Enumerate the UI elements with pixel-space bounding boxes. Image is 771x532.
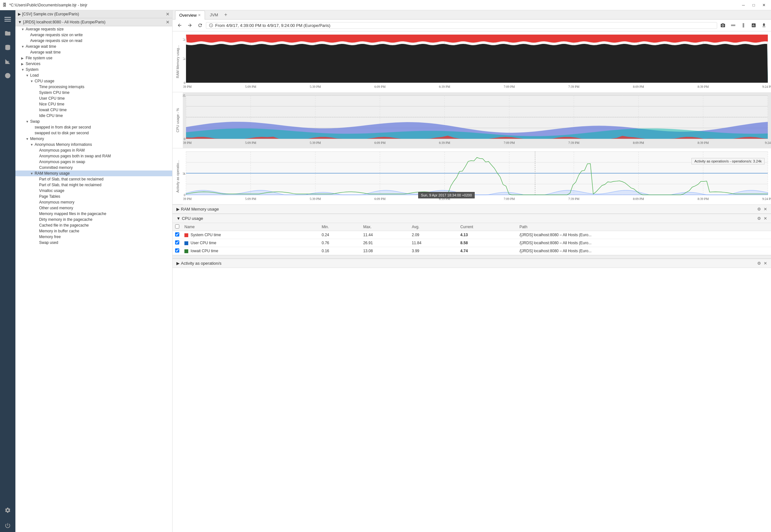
row-name: Iowait CPU time xyxy=(182,247,319,255)
tree-item-anon-memory[interactable]: Anonymous memory xyxy=(15,199,172,205)
activity-panel-header[interactable]: ▶ Activity as operation/s ⚙ ✕ xyxy=(172,259,771,268)
cpu-panel-title: ▼ CPU usage xyxy=(176,216,757,221)
cpu-panel-close-icon[interactable]: ✕ xyxy=(764,216,767,221)
database-icon[interactable] xyxy=(1,41,14,54)
forward-button[interactable] xyxy=(185,21,194,30)
power-icon[interactable] xyxy=(1,519,14,532)
tab-overview-close[interactable]: ✕ xyxy=(198,13,201,17)
back-button[interactable] xyxy=(175,21,184,30)
split-v-button[interactable] xyxy=(739,21,748,30)
tree-item-swap-out[interactable]: swapped out to disk per second xyxy=(15,130,172,136)
select-all-checkbox[interactable] xyxy=(175,224,179,229)
tree-item-avg-req-size[interactable]: ▼ Average requests size xyxy=(15,26,172,32)
tree-item-committed[interactable]: Committed memory xyxy=(15,165,172,170)
row-current: 8.58 xyxy=(458,239,517,247)
row-checkbox[interactable] xyxy=(175,240,179,245)
tree-item-swap-in[interactable]: swapped in from disk per second xyxy=(15,124,172,130)
time-range-display[interactable]: From 4/9/17, 4:39:00 PM to 4/9/17, 9:24:… xyxy=(206,22,717,29)
tree-item-dirty-mem[interactable]: Dirty memory in the pagecache xyxy=(15,217,172,222)
tree-item-nice-cpu[interactable]: Nice CPU time xyxy=(15,101,172,107)
row-checkbox[interactable] xyxy=(175,232,179,237)
row-checkbox-cell[interactable] xyxy=(172,239,182,247)
jrds-header[interactable]: ▼ [JRDS] localhost:8080 - All Hosts (Eur… xyxy=(15,18,172,26)
jrds-close-button[interactable]: ✕ xyxy=(166,20,170,25)
tree-item-swap-used[interactable]: Swap used xyxy=(15,240,172,245)
tree-item-avg-wait[interactable]: ▼ Average wait time xyxy=(15,44,172,49)
ram-panel-settings-icon[interactable]: ⚙ xyxy=(757,207,761,212)
tree-item-avg-wait-item[interactable]: Average wait time xyxy=(15,49,172,55)
chart-icon[interactable] xyxy=(1,55,14,68)
tree-item-slab-yes[interactable]: Part of Slab, that might be reclaimed xyxy=(15,182,172,188)
tree-item-anon-mem[interactable]: ▼ Anonymous Memory informations xyxy=(15,142,172,147)
cpu-chart-y-label: CPU usage - % xyxy=(172,92,183,148)
tree-label: Load xyxy=(30,73,171,78)
row-avg: 3.99 xyxy=(409,247,458,255)
minimize-button[interactable]: ─ xyxy=(739,2,748,8)
tree-label: Vmalloc usage xyxy=(39,188,171,193)
table-scroll-h[interactable] xyxy=(172,255,771,258)
tree-item-mem-free[interactable]: Memory free xyxy=(15,234,172,240)
activity-panel-close-icon[interactable]: ✕ xyxy=(764,261,767,266)
tree-item-memory[interactable]: ▼ Memory xyxy=(15,136,172,142)
cpu-panel-settings-icon[interactable]: ⚙ xyxy=(757,216,761,221)
tree-item-page-tables[interactable]: Page Tables xyxy=(15,194,172,199)
tree-item-anon-ram[interactable]: Anonymous pages in RAM xyxy=(15,147,172,153)
ram-panel-header[interactable]: ▶ RAM Memory usage ⚙ ✕ xyxy=(172,204,771,214)
tree-item-user-cpu[interactable]: User CPU time xyxy=(15,96,172,101)
tree-item-avg-req-read[interactable]: Average requests size on read xyxy=(15,38,172,44)
menu-icon[interactable] xyxy=(1,13,14,26)
jrds-arrow: ▼ xyxy=(18,20,22,24)
chart-button[interactable] xyxy=(749,21,758,30)
tree-item-anon-swap-ram[interactable]: Anonymous pages both in swap and RAM xyxy=(15,153,172,159)
tree-arrow: ▼ xyxy=(26,137,30,141)
folder-icon[interactable] xyxy=(1,27,14,40)
maximize-button[interactable]: □ xyxy=(749,2,758,8)
ram-chart-wrapper: RAM Memory usag... xyxy=(172,31,771,92)
tree-item-iowait-cpu[interactable]: Iowait CPU time xyxy=(15,107,172,113)
tree-item-load[interactable]: ▼ Load xyxy=(15,72,172,78)
ram-panel-actions[interactable]: ⚙ ✕ xyxy=(757,207,767,212)
tab-overview[interactable]: Overview ✕ xyxy=(175,11,205,20)
csv-close-button[interactable]: ✕ xyxy=(166,12,170,17)
camera-button[interactable] xyxy=(718,21,727,30)
tree-item-slab-no[interactable]: Part of Slab, that cannot be reclaimed xyxy=(15,176,172,182)
tree-item-vmalloc[interactable]: Vmalloc usage xyxy=(15,188,172,194)
row-checkbox-cell[interactable] xyxy=(172,247,182,255)
tree-item-mem-mapped[interactable]: Memory mapped files in the pagecache xyxy=(15,211,172,217)
row-checkbox[interactable] xyxy=(175,248,179,253)
tree-item-cached-file[interactable]: Cached file in the pagecache xyxy=(15,222,172,228)
tree-item-idle-cpu[interactable]: Idle CPU time xyxy=(15,113,172,119)
tree-item-time-proc-int[interactable]: Time processing interrupts xyxy=(15,84,172,90)
help-icon[interactable] xyxy=(1,69,14,82)
export-button[interactable] xyxy=(759,21,768,30)
cpu-table: Name Min. Max. Avg. Current Path xyxy=(172,223,771,255)
ram-panel-close-icon[interactable]: ✕ xyxy=(764,207,767,212)
activity-panel-settings-icon[interactable]: ⚙ xyxy=(757,261,761,266)
col-avg: Avg. xyxy=(409,223,458,231)
refresh-button[interactable] xyxy=(196,21,205,30)
close-button[interactable]: ✕ xyxy=(759,2,768,8)
tree-item-ram-mem[interactable]: ▼ RAM Memory usage xyxy=(15,170,172,176)
series-name: Iowait CPU time xyxy=(190,249,218,253)
settings-icon[interactable] xyxy=(1,505,14,518)
tab-jvm[interactable]: JVM xyxy=(205,10,222,19)
csv-header[interactable]: ▶ [CSV] Sample.csv (Europe/Paris) ✕ xyxy=(15,10,172,18)
tree-item-other-used[interactable]: Other used memory xyxy=(15,205,172,211)
tree-item-cpu-usage[interactable]: ▼ CPU usage xyxy=(15,78,172,84)
tree-item-swap[interactable]: ▼ Swap xyxy=(15,119,172,124)
tree-item-system[interactable]: ▼ System xyxy=(15,67,172,72)
split-h-button[interactable] xyxy=(729,21,738,30)
tree-item-avg-req-write[interactable]: Average requests size on write xyxy=(15,32,172,38)
row-checkbox-cell[interactable] xyxy=(172,231,182,239)
tree-item-file-sys[interactable]: ▶ File system use xyxy=(15,55,172,61)
tree-label: Committed memory xyxy=(39,165,171,170)
tree-item-services[interactable]: ▶ Services xyxy=(15,61,172,67)
tree-arrow: ▶ xyxy=(21,62,26,66)
cpu-panel-header[interactable]: ▼ CPU usage ⚙ ✕ xyxy=(172,214,771,223)
tree-item-anon-swap[interactable]: Anonymous pages in swap xyxy=(15,159,172,165)
add-tab-button[interactable]: + xyxy=(223,12,228,18)
cpu-panel-actions[interactable]: ⚙ ✕ xyxy=(757,216,767,221)
activity-panel-actions[interactable]: ⚙ ✕ xyxy=(757,261,767,266)
tree-item-mem-buf[interactable]: Memory in buffer cache xyxy=(15,228,172,234)
tree-item-sys-cpu[interactable]: System CPU time xyxy=(15,90,172,96)
